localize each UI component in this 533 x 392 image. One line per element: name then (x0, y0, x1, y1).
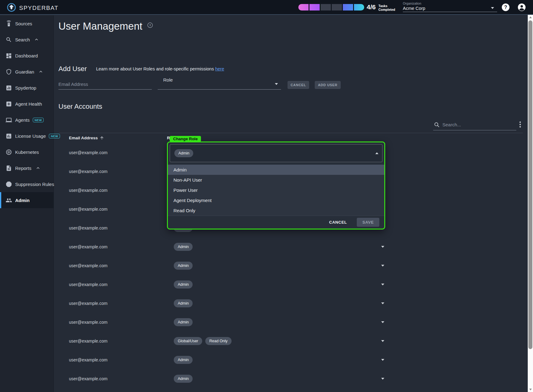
spyderbat-logo-icon (7, 3, 16, 13)
role-option[interactable]: Power User (168, 185, 384, 195)
selected-role-chip: Admin (174, 149, 193, 157)
spydertop-icon (6, 85, 12, 91)
chevron-down-icon[interactable] (381, 321, 384, 323)
role-chips[interactable]: Admin (174, 356, 193, 364)
email-placeholder: Email Address (58, 82, 88, 87)
sidebar-item-guardian[interactable]: Guardian (0, 64, 53, 80)
sidebar-item-label: Suppression Rules (15, 182, 54, 187)
accounts-search-input[interactable]: Search... (433, 119, 516, 130)
role-chip: Admin (174, 280, 193, 289)
table-row: user@example.com Admin (59, 294, 523, 313)
help-icon: ? (501, 3, 510, 11)
chevron-down-icon[interactable] (381, 359, 384, 361)
role-option[interactable]: Read Only (168, 205, 384, 216)
dialog-footer: CANCEL SAVE (168, 216, 384, 229)
svg-text:?: ? (504, 5, 507, 10)
triangle-up-icon (529, 16, 532, 18)
sidebar-item-sources[interactable]: Sources (0, 15, 53, 32)
chevron-down-icon[interactable] (381, 302, 384, 304)
role-chip: Admin (174, 243, 193, 251)
brand: SPYDERBAT (7, 3, 58, 13)
role-option[interactable]: Agent Deployment (168, 195, 384, 205)
role-option[interactable]: Admin (168, 165, 384, 175)
sidebar-item-spydertop[interactable]: Spydertop (0, 80, 53, 96)
sidebar-item-kubernetes[interactable]: Kubernetes (0, 144, 53, 160)
column-header-email[interactable]: Email Address (69, 136, 104, 140)
sidebar-item-license-usage[interactable]: License Usage NEW (0, 128, 53, 144)
scroll-up-button[interactable] (528, 15, 533, 20)
help-button[interactable]: ? (501, 3, 510, 11)
role-chip: Admin (174, 299, 193, 307)
chevron-down-icon (275, 83, 278, 85)
sidebar-item-reports[interactable]: Reports (0, 160, 53, 176)
table-row: user@example.com Admin (59, 256, 523, 275)
app-root: SPYDERBAT 4/6 Tasks Completed Organizati… (0, 0, 533, 392)
organization-value: Acme Corp (403, 6, 497, 11)
sidebar-item-search[interactable]: Search (0, 32, 53, 48)
chevron-down-icon (491, 7, 494, 9)
cancel-button[interactable]: CANCEL (288, 81, 309, 89)
role-chips[interactable]: Admin (174, 318, 193, 326)
dialog-cancel-button[interactable]: CANCEL (327, 220, 349, 225)
sidebar-item-label: Kubernetes (15, 150, 39, 155)
progress-segment (332, 4, 342, 11)
account-button[interactable] (518, 3, 526, 11)
chevron-down-icon[interactable] (381, 340, 384, 342)
vertical-scrollbar[interactable] (528, 15, 533, 392)
page-help-icon[interactable]: ? (147, 22, 153, 29)
account-icon (518, 3, 526, 11)
progress-segment (354, 4, 364, 11)
progress-segment (321, 4, 331, 11)
role-option[interactable]: Non-API User (168, 175, 384, 185)
role-chips[interactable]: Admin (174, 299, 193, 307)
sidebar-item-dashboard[interactable]: Dashboard (0, 48, 53, 64)
triangle-down-icon (529, 389, 532, 390)
sidebar-item-agent-health[interactable]: Agent Health (0, 96, 53, 112)
agent-health-icon (6, 101, 12, 107)
chevron-down-icon[interactable] (381, 284, 384, 285)
sidebar-item-suppression-rules[interactable]: Suppression Rules (0, 176, 53, 192)
user-email: user@example.com (69, 376, 108, 381)
learn-more-link[interactable]: here (215, 66, 224, 71)
role-chips[interactable]: Global/UserRead Only (174, 337, 232, 345)
svg-text:?: ? (149, 23, 151, 27)
role-chips[interactable]: Admin (174, 243, 193, 251)
role-chips[interactable]: Admin (174, 262, 193, 270)
sidebar-item-label: Spydertop (15, 85, 36, 91)
role-chips[interactable]: Admin (174, 375, 193, 383)
shield-icon (6, 69, 12, 75)
role-select-open[interactable]: Admin (170, 144, 382, 162)
kebab-menu-icon (519, 121, 521, 128)
progress-segment (309, 4, 320, 11)
chevron-down-icon[interactable] (381, 265, 384, 267)
learn-more-sentence: Learn more about User Roles and role-spe… (96, 66, 214, 71)
sidebar-item-admin[interactable]: Admin (0, 192, 53, 208)
progress-segment (343, 4, 353, 11)
user-email: user@example.com (69, 207, 108, 212)
main-content: User Management ? Add User Learn more ab… (54, 15, 528, 392)
user-email: user@example.com (69, 150, 108, 155)
table-options-button[interactable] (517, 120, 523, 129)
add-user-button[interactable]: ADD USER (315, 81, 341, 89)
role-select-field[interactable]: Role (158, 76, 281, 90)
table-row: user@example.com Admin (59, 313, 523, 331)
chevron-down-icon[interactable] (381, 378, 384, 380)
dialog-save-button[interactable]: SAVE (357, 218, 379, 227)
scrollbar-thumb[interactable] (528, 20, 532, 349)
chevron-up-icon (375, 152, 378, 154)
suppression-rules-icon (6, 181, 12, 188)
chevron-up-icon (35, 165, 41, 171)
user-email: user@example.com (69, 263, 108, 268)
email-field[interactable]: Email Address (58, 76, 152, 90)
sidebar-item-label: Dashboard (15, 53, 38, 58)
dashboard-icon (6, 53, 12, 59)
user-email: user@example.com (69, 169, 108, 174)
role-chips[interactable]: Admin (174, 280, 193, 289)
sidebar-item-agents[interactable]: Agents NEW (0, 112, 53, 128)
role-chip: Admin (174, 318, 193, 326)
tasks-progress-bar (298, 4, 364, 11)
scroll-down-button[interactable] (528, 387, 533, 392)
user-email: user@example.com (69, 188, 108, 193)
organization-select[interactable]: Organization Acme Corp (403, 2, 497, 12)
chevron-down-icon[interactable] (381, 246, 384, 248)
